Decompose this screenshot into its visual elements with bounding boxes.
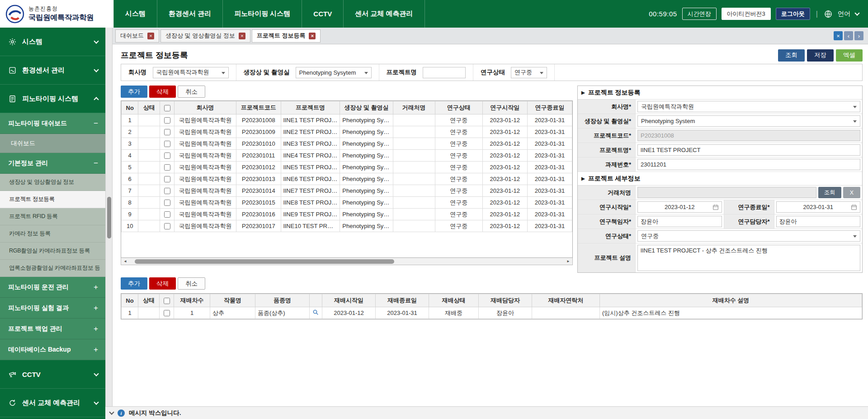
row-checkbox[interactable] xyxy=(164,200,170,206)
magnifier-icon[interactable] xyxy=(312,309,320,316)
hscroll-thumb[interactable] xyxy=(135,259,395,264)
globe-icon[interactable] xyxy=(824,10,833,19)
scroll-right-icon[interactable]: ► xyxy=(564,258,572,265)
scrollbar-thumb[interactable] xyxy=(107,197,111,238)
client-search-button[interactable]: 조회 xyxy=(818,187,841,198)
start-date-input[interactable]: 2023-01-12 xyxy=(637,201,722,213)
project-grid-row[interactable]: 9국립원예특작과학원P202301016lINE9 TEST PROJECTPh… xyxy=(122,209,572,220)
sidebar-scrollbar[interactable] xyxy=(105,28,113,406)
cell-variety-search[interactable] xyxy=(310,307,322,319)
project-grid-row[interactable]: 4국립원예특작과학원P202301011lINE4 TEST PROJECTPh… xyxy=(122,150,572,162)
tab-3[interactable]: 프로젝트 정보등록× xyxy=(252,29,321,43)
tab-1[interactable]: 대쉬보드× xyxy=(115,29,159,43)
user-button[interactable]: 아이티컨버전3 xyxy=(722,8,771,20)
project-desc-field[interactable]: lINE1 TEST PROJECT - 상추 건조스트레스 진행 xyxy=(637,245,860,271)
save-button[interactable]: 저장 xyxy=(807,49,834,62)
sidebar-item-4[interactable]: 피노타이핑 대쉬보드− xyxy=(0,113,105,134)
sidebar-item-18[interactable]: 센서 교체 예측관리 xyxy=(0,389,105,417)
nav-item-2[interactable]: 환경센서 관리 xyxy=(157,0,223,28)
sidebar-item-16[interactable]: 데이타베이스 Backup+ xyxy=(0,339,105,360)
project-grid-hscrollbar[interactable]: ◄ ► xyxy=(121,258,573,265)
tab-prev-button[interactable]: ‹ xyxy=(844,31,853,40)
sidebar-item-14[interactable]: 피노타이핑 실험 결과+ xyxy=(0,298,105,319)
project-grid-row[interactable]: 8국립원예특작과학원P202301015lINE8 TEST PROJECTPh… xyxy=(122,197,572,209)
end-date-input[interactable]: 2023-01-31 xyxy=(776,201,861,213)
task-number-field[interactable] xyxy=(637,159,860,170)
project-grid-row[interactable]: 5국립원예특작과학원P202301012lINE5 TEST PROJECTPh… xyxy=(122,162,572,173)
row-checkbox[interactable] xyxy=(164,211,170,218)
project-name-field[interactable] xyxy=(637,144,860,156)
close-tab-icon[interactable]: × xyxy=(309,33,316,39)
logo[interactable]: 농촌진흥청 국립원예특작과학원 xyxy=(0,0,113,28)
sidebar-item-7[interactable]: 생장상 및 영상촬영실 정보 xyxy=(0,174,105,191)
delete-button[interactable]: 삭제 xyxy=(149,277,176,290)
sidebar-item-5[interactable]: 대쉬보드 xyxy=(0,134,105,153)
row-checkbox[interactable] xyxy=(164,141,170,147)
nav-item-5[interactable]: 센서 교체 예측관리 xyxy=(344,0,425,28)
scroll-left-icon[interactable]: ◄ xyxy=(121,258,129,265)
sidebar-item-15[interactable]: 프로젝트 백업 관리+ xyxy=(0,319,105,339)
sidebar-item-8[interactable]: 프로젝트 정보등록 xyxy=(0,191,105,208)
room-select[interactable]: Phenotyping System xyxy=(637,115,860,127)
sidebar-item-10[interactable]: 카메라 정보 등록 xyxy=(0,225,105,243)
nav-item-4[interactable]: CCTV xyxy=(302,0,344,28)
row-checkbox[interactable] xyxy=(164,310,170,316)
row-checkbox[interactable] xyxy=(164,164,170,171)
row-checkbox[interactable] xyxy=(164,188,170,194)
chevron-down-icon[interactable] xyxy=(854,10,859,15)
sidebar-item-12[interactable]: 엽록소형광촬영실 카메라좌표정보 등록 xyxy=(0,260,105,277)
select-all-checkbox[interactable] xyxy=(164,105,170,111)
project-name-input[interactable] xyxy=(423,67,466,78)
row-checkbox[interactable] xyxy=(164,117,170,124)
excel-button[interactable]: 엑셀 xyxy=(836,49,863,62)
sidebar-item-13[interactable]: 피노타이핑 운전 관리+ xyxy=(0,277,105,298)
room-filter-select[interactable]: Phenotyping Sysytem xyxy=(296,67,372,78)
close-tab-icon[interactable]: × xyxy=(147,33,154,39)
manager-field[interactable] xyxy=(776,216,861,227)
calendar-icon[interactable] xyxy=(712,204,719,211)
sidebar-item-6[interactable]: 기본정보 관리− xyxy=(0,153,105,174)
close-tab-icon[interactable]: × xyxy=(239,33,245,39)
company-select[interactable]: 국립원예특작과학원 xyxy=(637,101,860,112)
tab-2[interactable]: 생장상 및 영상촬영실 정보× xyxy=(160,29,250,43)
row-checkbox[interactable] xyxy=(164,223,170,229)
add-button[interactable]: 추가 xyxy=(121,277,147,290)
project-grid-row[interactable]: 7국립원예특작과학원P202301014lINE7 TEST PROJECTPh… xyxy=(122,185,572,197)
nav-item-1[interactable]: 시스템 xyxy=(114,0,157,28)
status-filter-select[interactable]: 연구중 xyxy=(511,67,547,78)
sidebar-item-9[interactable]: 프로젝트 RFID 등록 xyxy=(0,208,105,225)
hscroll-track[interactable] xyxy=(130,259,563,264)
tab-next-button[interactable]: › xyxy=(854,31,863,40)
sidebar-item-11[interactable]: RGB촬영실 카메라좌표정보 등록 xyxy=(0,243,105,260)
client-clear-button[interactable]: X xyxy=(843,187,860,198)
chevron-down-icon[interactable] xyxy=(110,412,113,414)
nav-item-3[interactable]: 피노타이핑 시스템 xyxy=(223,0,302,28)
add-button[interactable]: 추가 xyxy=(121,86,147,98)
cultivation-grid-row[interactable]: 11상추품종(상추)2023-01-122023-01-31재배중장윤아(임시)… xyxy=(122,307,862,319)
project-grid-row[interactable]: 2국립원예특작과학원P202301009lINE2 TEST PROJECTPh… xyxy=(122,126,572,138)
extend-time-button[interactable]: 시간연장 xyxy=(682,8,717,20)
row-checkbox[interactable] xyxy=(164,152,170,159)
sidebar-item-17[interactable]: CCTV xyxy=(0,360,105,389)
row-checkbox[interactable] xyxy=(164,129,170,135)
logout-button[interactable]: 로그아웃 xyxy=(776,8,810,20)
cancel-button[interactable]: 취소 xyxy=(178,86,205,98)
company-filter-select[interactable]: 국립원예특작과학원 xyxy=(153,67,229,78)
language-label[interactable]: 언어 xyxy=(838,10,850,18)
delete-button[interactable]: 삭제 xyxy=(149,86,176,98)
close-all-tabs-button[interactable]: × xyxy=(834,31,843,40)
research-status-select[interactable]: 연구중 xyxy=(637,230,860,242)
sidebar-item-3[interactable]: 피노타이핑 시스템 xyxy=(0,85,105,113)
calendar-icon[interactable] xyxy=(850,204,858,211)
project-grid-row[interactable]: 6국립원예특작과학원P202301013lINE6 TEST PROJECTPh… xyxy=(122,173,572,185)
row-checkbox[interactable] xyxy=(164,176,170,182)
project-grid-row[interactable]: 10국립원예특작과학원P202301017lINE10 TEST PROJE..… xyxy=(122,220,572,232)
leader-field[interactable] xyxy=(637,216,722,227)
project-grid-row[interactable]: 1국립원예특작과학원P202301008lINE1 TEST PROJECTPh… xyxy=(122,114,572,126)
sidebar-item-2[interactable]: 환경센서 관리 xyxy=(0,56,105,85)
select-all-checkbox[interactable] xyxy=(164,298,170,304)
search-button[interactable]: 조회 xyxy=(778,49,805,62)
project-grid-row[interactable]: 3국립원예특작과학원P202301010lINE3 TEST PROJECTPh… xyxy=(122,138,572,150)
cancel-button[interactable]: 취소 xyxy=(178,277,205,290)
sidebar-item-1[interactable]: 시스템 xyxy=(0,28,105,56)
